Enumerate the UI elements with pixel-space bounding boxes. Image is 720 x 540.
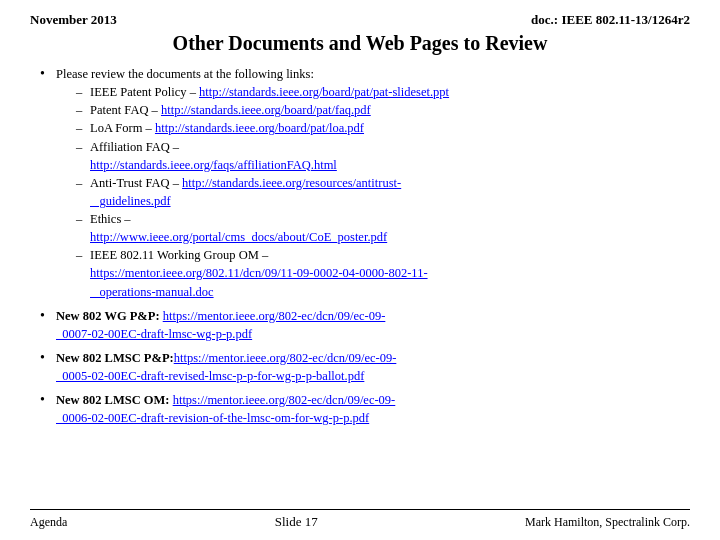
link-loa[interactable]: http://standards.ieee.org/board/pat/loa.… xyxy=(155,121,364,135)
footer-right: Mark Hamilton, Spectralink Corp. xyxy=(525,515,690,530)
dash-antitrust: – Anti-Trust FAQ – http://standards.ieee… xyxy=(56,174,690,210)
bullet-icon-1: • xyxy=(40,64,56,84)
slide-title: Other Documents and Web Pages to Review xyxy=(30,32,690,55)
dash-ethics: – Ethics – http://www.ieee.org/portal/cm… xyxy=(56,210,690,246)
dash-icon: – xyxy=(76,119,90,137)
link-patent-policy[interactable]: http://standards.ieee.org/board/pat/pat-… xyxy=(199,85,449,99)
dash-icon: – xyxy=(76,138,90,156)
bullet-1-intro: Please review the documents at the follo… xyxy=(56,67,314,81)
bullet-1-text: Please review the documents at the follo… xyxy=(56,65,690,301)
header-doc: doc.: IEEE 802.11-13/1264r2 xyxy=(531,12,690,28)
bullet-4: • New 802 LMSC OM: https://mentor.ieee.o… xyxy=(40,391,690,427)
bullet-icon-2: • xyxy=(40,306,56,326)
bullet-2: • New 802 WG P&P: https://mentor.ieee.or… xyxy=(40,307,690,343)
link-ethics[interactable]: http://www.ieee.org/portal/cms_docs/abou… xyxy=(90,230,387,244)
bullet-1: • Please review the documents at the fol… xyxy=(40,65,690,301)
dash-loa: – LoA Form – http://standards.ieee.org/b… xyxy=(56,119,690,137)
dash-icon: – xyxy=(76,246,90,264)
dash-patent-faq: – Patent FAQ – http://standards.ieee.org… xyxy=(56,101,690,119)
link-antitrust[interactable]: http://standards.ieee.org/resources/anti… xyxy=(90,176,401,208)
dash-affiliation: – Affiliation FAQ – http://standards.iee… xyxy=(56,138,690,174)
bullet-icon-3: • xyxy=(40,348,56,368)
dash-wg-om: – IEEE 802.11 Working Group OM – https:/… xyxy=(56,246,690,300)
bullet-3: • New 802 LMSC P&P:https://mentor.ieee.o… xyxy=(40,349,690,385)
footer-slide-num: Slide 17 xyxy=(275,514,318,530)
bullet-2-text: New 802 WG P&P: https://mentor.ieee.org/… xyxy=(56,307,690,343)
bullet-icon-4: • xyxy=(40,390,56,410)
bullet-4-text: New 802 LMSC OM: https://mentor.ieee.org… xyxy=(56,391,690,427)
slide-content: • Please review the documents at the fol… xyxy=(30,65,690,505)
slide-header: November 2013 doc.: IEEE 802.11-13/1264r… xyxy=(30,12,690,28)
slide-footer: Agenda Slide 17 Mark Hamilton, Spectrali… xyxy=(30,509,690,530)
dash-patent-policy: – IEEE Patent Policy – http://standards.… xyxy=(56,83,690,101)
header-date: November 2013 xyxy=(30,12,117,28)
dash-icon: – xyxy=(76,101,90,119)
link-wg-om[interactable]: https://mentor.ieee.org/802.11/dcn/09/11… xyxy=(90,266,428,298)
dash-icon: – xyxy=(76,174,90,192)
footer-left: Agenda xyxy=(30,515,67,530)
bullet-3-text: New 802 LMSC P&P:https://mentor.ieee.org… xyxy=(56,349,690,385)
slide: November 2013 doc.: IEEE 802.11-13/1264r… xyxy=(0,0,720,540)
link-patent-faq[interactable]: http://standards.ieee.org/board/pat/faq.… xyxy=(161,103,371,117)
dash-icon: – xyxy=(76,210,90,228)
dash-icon: – xyxy=(76,83,90,101)
link-affiliation[interactable]: http://standards.ieee.org/faqs/affiliati… xyxy=(90,158,337,172)
